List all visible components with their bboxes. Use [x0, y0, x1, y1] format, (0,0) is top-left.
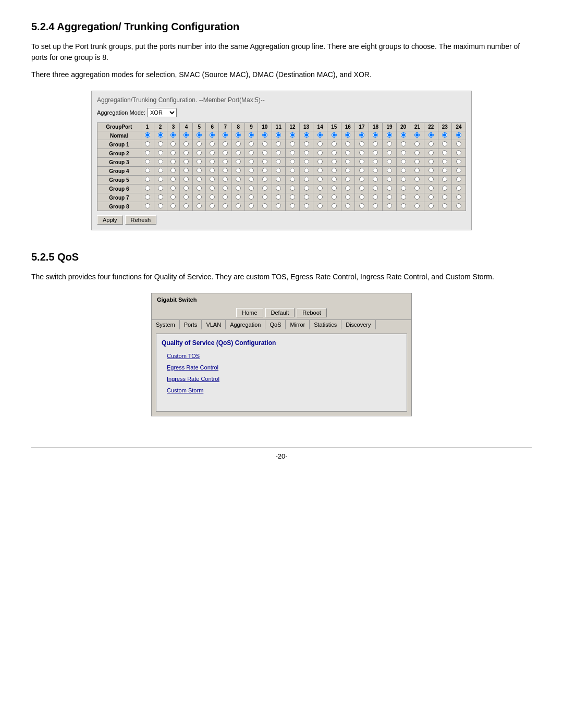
port-radio-group-3-col-8[interactable]	[236, 159, 241, 164]
radio-cell[interactable]	[141, 158, 154, 167]
radio-cell[interactable]	[438, 167, 452, 176]
port-radio-group-7-col-7[interactable]	[223, 194, 228, 200]
port-radio-group-8-col-15[interactable]	[332, 203, 337, 208]
radio-cell[interactable]	[341, 158, 355, 167]
radio-cell[interactable]	[299, 158, 313, 167]
port-radio-group-2-col-18[interactable]	[373, 150, 378, 155]
port-radio-group-7-col-11[interactable]	[276, 194, 281, 200]
port-radio-group-3-col-4[interactable]	[183, 159, 189, 164]
radio-cell[interactable]	[313, 184, 327, 193]
port-radio-group-6-col-19[interactable]	[387, 186, 392, 191]
port-radio-group-3-col-6[interactable]	[210, 159, 215, 164]
port-radio-normal-col-7[interactable]	[223, 132, 228, 138]
port-radio-group-1-col-17[interactable]	[359, 141, 364, 146]
home-button[interactable]: Home	[236, 308, 263, 317]
port-radio-group-6-col-23[interactable]	[442, 186, 447, 191]
port-radio-group-5-col-11[interactable]	[276, 177, 281, 182]
radio-cell[interactable]	[355, 140, 369, 149]
port-radio-group-3-col-12[interactable]	[290, 159, 295, 164]
port-radio-normal-col-20[interactable]	[401, 132, 406, 138]
port-radio-group-6-col-1[interactable]	[145, 186, 150, 191]
port-radio-group-3-col-13[interactable]	[304, 159, 309, 164]
port-radio-group-2-col-15[interactable]	[332, 150, 337, 155]
port-radio-group-1-col-3[interactable]	[170, 141, 176, 146]
radio-cell[interactable]	[327, 193, 341, 202]
port-radio-group-3-col-23[interactable]	[442, 159, 447, 164]
port-radio-group-8-col-4[interactable]	[183, 203, 189, 208]
port-radio-group-2-col-8[interactable]	[236, 150, 241, 155]
radio-cell[interactable]	[180, 131, 193, 140]
port-radio-group-6-col-3[interactable]	[170, 186, 176, 191]
port-radio-group-6-col-24[interactable]	[456, 186, 461, 191]
default-button[interactable]: Default	[265, 308, 295, 317]
port-radio-group-1-col-24[interactable]	[456, 141, 461, 146]
radio-cell[interactable]	[438, 158, 452, 167]
port-radio-group-5-col-23[interactable]	[442, 177, 447, 182]
radio-cell[interactable]	[355, 158, 369, 167]
radio-cell[interactable]	[286, 131, 300, 140]
radio-cell[interactable]	[396, 131, 410, 140]
radio-cell[interactable]	[355, 202, 369, 211]
radio-cell[interactable]	[180, 167, 193, 176]
radio-cell[interactable]	[438, 202, 452, 211]
radio-cell[interactable]	[369, 131, 383, 140]
radio-cell[interactable]	[452, 176, 466, 184]
port-radio-group-8-col-21[interactable]	[414, 203, 420, 208]
port-radio-group-3-col-17[interactable]	[359, 159, 364, 164]
radio-cell[interactable]	[180, 202, 193, 211]
radio-cell[interactable]	[286, 184, 300, 193]
radio-cell[interactable]	[141, 193, 154, 202]
port-radio-group-3-col-9[interactable]	[249, 159, 254, 164]
radio-cell[interactable]	[369, 184, 383, 193]
reboot-button[interactable]: Reboot	[297, 308, 326, 317]
nav-system[interactable]: System	[152, 320, 180, 329]
radio-cell[interactable]	[167, 202, 180, 211]
port-radio-group-4-col-19[interactable]	[387, 168, 392, 173]
radio-cell[interactable]	[167, 176, 180, 184]
port-radio-group-1-col-10[interactable]	[262, 141, 267, 146]
port-radio-group-1-col-15[interactable]	[332, 141, 337, 146]
radio-cell[interactable]	[245, 140, 258, 149]
radio-cell[interactable]	[438, 184, 452, 193]
radio-cell[interactable]	[206, 140, 219, 149]
radio-cell[interactable]	[206, 184, 219, 193]
port-radio-group-1-col-4[interactable]	[183, 141, 189, 146]
port-radio-group-5-col-12[interactable]	[290, 177, 295, 182]
radio-cell[interactable]	[410, 149, 424, 158]
port-radio-group-7-col-19[interactable]	[387, 194, 392, 200]
radio-cell[interactable]	[424, 176, 438, 184]
radio-cell[interactable]	[154, 167, 167, 176]
nav-ports[interactable]: Ports	[180, 320, 202, 329]
port-radio-group-6-col-9[interactable]	[249, 186, 254, 191]
radio-cell[interactable]	[258, 202, 272, 211]
radio-cell[interactable]	[299, 149, 313, 158]
radio-cell[interactable]	[327, 184, 341, 193]
radio-cell[interactable]	[286, 167, 300, 176]
radio-cell[interactable]	[438, 149, 452, 158]
radio-cell[interactable]	[258, 193, 272, 202]
refresh-button[interactable]: Refresh	[125, 215, 157, 225]
port-radio-group-4-col-9[interactable]	[249, 168, 254, 173]
port-radio-group-7-col-8[interactable]	[236, 194, 241, 200]
port-radio-group-7-col-1[interactable]	[145, 194, 150, 200]
link-custom-storm[interactable]: Custom Storm	[167, 387, 401, 393]
radio-cell[interactable]	[438, 140, 452, 149]
radio-cell[interactable]	[193, 202, 206, 211]
port-radio-group-5-col-18[interactable]	[373, 177, 378, 182]
nav-vlan[interactable]: VLAN	[202, 320, 226, 329]
radio-cell[interactable]	[167, 149, 180, 158]
port-radio-group-6-col-16[interactable]	[345, 186, 350, 191]
radio-cell[interactable]	[327, 149, 341, 158]
port-radio-group-4-col-11[interactable]	[276, 168, 281, 173]
radio-cell[interactable]	[341, 131, 355, 140]
radio-cell[interactable]	[167, 131, 180, 140]
port-radio-group-7-col-21[interactable]	[414, 194, 420, 200]
port-radio-group-5-col-17[interactable]	[359, 177, 364, 182]
port-radio-group-2-col-17[interactable]	[359, 150, 364, 155]
radio-cell[interactable]	[154, 202, 167, 211]
port-radio-group-4-col-3[interactable]	[170, 168, 176, 173]
radio-cell[interactable]	[396, 167, 410, 176]
radio-cell[interactable]	[327, 131, 341, 140]
port-radio-group-8-col-1[interactable]	[145, 203, 150, 208]
port-radio-group-3-col-15[interactable]	[332, 159, 337, 164]
